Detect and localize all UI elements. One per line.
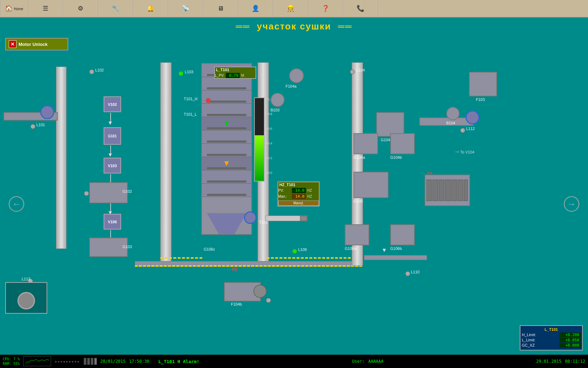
nav-left-arrow[interactable]: ← xyxy=(9,196,24,212)
cpu-display: CPU: 7 % RAM: 55% xyxy=(3,357,20,366)
thermo-scale-2: +0.8 xyxy=(266,112,272,116)
g106a-label: G106a xyxy=(345,246,356,251)
l113-label: L113 xyxy=(22,277,30,281)
signal-icon: 📡 xyxy=(182,5,189,12)
left-conveyor-motor[interactable] xyxy=(40,105,54,119)
g102-indicator xyxy=(84,191,89,196)
center-left-pipe xyxy=(160,62,172,266)
nav-right-arrow[interactable]: → xyxy=(564,196,579,212)
home-button[interactable]: 🏠 Home xyxy=(0,0,28,17)
lt101-pv-unit: M xyxy=(241,74,244,77)
machine1-button[interactable]: ⚙ xyxy=(63,0,98,17)
motor-unlock-button[interactable]: ✕ Motor Unlock xyxy=(5,38,68,50)
v102-hopper[interactable]: V102 xyxy=(104,96,121,112)
svg-rect-1 xyxy=(433,180,438,201)
g104a-equipment[interactable] xyxy=(354,133,378,154)
monitor-button[interactable]: 🖥 xyxy=(203,0,238,17)
l110-label: L110 xyxy=(411,270,419,274)
title-deco-left: ══ xyxy=(236,21,250,32)
conveyor-dashed-left xyxy=(160,257,202,259)
lt101-panel: L_T101 L_PV: 0.79 M xyxy=(214,67,256,79)
g102-equipment[interactable] xyxy=(89,182,128,203)
hz-mode-button[interactable]: Manul. xyxy=(278,200,319,206)
title-deco-right: ══ xyxy=(338,21,352,32)
bell-button[interactable]: 🔔 xyxy=(133,0,168,17)
svg-rect-6 xyxy=(464,180,468,201)
mini-chart xyxy=(23,356,51,366)
person-button[interactable]: 👤 xyxy=(238,0,273,17)
g105-equipment[interactable] xyxy=(354,172,388,198)
lt101-pv-value: 0.79 xyxy=(226,73,240,78)
v103-hopper[interactable]: V103 xyxy=(104,158,121,173)
t101h-label: T101_H xyxy=(184,97,197,101)
right-conveyor xyxy=(364,255,427,260)
f103-equipment[interactable] xyxy=(469,72,497,96)
right-heater[interactable] xyxy=(425,175,470,206)
question-button[interactable]: ❓ xyxy=(308,0,343,17)
g103-equipment[interactable] xyxy=(89,238,128,257)
g106c-label: G106c xyxy=(204,247,215,251)
b104-label: B104 xyxy=(446,121,455,125)
phone-icon: 📞 xyxy=(357,5,364,12)
g106a-equipment[interactable] xyxy=(345,224,369,245)
v102-label: V102 xyxy=(108,102,117,107)
main-area: ══ участок сушки ══ ✕ Motor Unlock ← → L… xyxy=(0,18,588,368)
f104b-indicator xyxy=(266,298,271,303)
g103-label: G103 xyxy=(122,245,132,249)
sb-date1: 28/01/2015 xyxy=(100,359,126,364)
t101h-indicator xyxy=(206,98,211,103)
l103-label: L103 xyxy=(185,70,193,74)
arrow-down-g101: ▼ xyxy=(107,152,113,158)
g101-equipment[interactable]: G101 xyxy=(104,127,121,145)
f103-label: F103 xyxy=(476,97,485,102)
bell-icon: 🔔 xyxy=(147,5,154,12)
l109-indicator xyxy=(292,249,297,254)
b104-equipment[interactable] xyxy=(446,107,460,120)
l113-motor[interactable] xyxy=(18,292,35,309)
v106-label: V106 xyxy=(108,220,117,224)
svg-rect-5 xyxy=(458,180,463,201)
machine2-button[interactable]: 🔧 xyxy=(98,0,133,17)
g102-label: G102 xyxy=(122,189,132,193)
f104b-motor[interactable] xyxy=(253,285,267,298)
svg-rect-4 xyxy=(451,180,457,201)
l104-label: L104 xyxy=(356,68,365,72)
machine2-icon: 🔧 xyxy=(112,5,119,12)
v106-hopper[interactable]: V106 xyxy=(104,214,121,230)
v103-label: V103 xyxy=(108,164,117,168)
motor-unlock-label: Motor Unlock xyxy=(19,42,48,47)
hz-title: HZ_T101 xyxy=(278,182,319,187)
b103-equipment[interactable] xyxy=(271,93,285,107)
f104a-equipment[interactable] xyxy=(289,68,304,83)
g106b-equipment[interactable] xyxy=(390,224,415,245)
worker-button[interactable]: 👷 xyxy=(273,0,308,17)
hz-panel: HZ_T101 PV: 14.0 HZ Man.: 14.0 HZ Manul. xyxy=(278,182,320,206)
l113-display xyxy=(5,282,47,314)
g104b-equipment[interactable] xyxy=(390,133,415,154)
hz-slider-handle[interactable] xyxy=(300,216,307,221)
list-icon: ☰ xyxy=(43,5,48,12)
heater-svg xyxy=(426,176,468,204)
list-button[interactable]: ☰ xyxy=(28,0,63,17)
hz-slider[interactable] xyxy=(265,216,307,221)
g104b-label: G104b xyxy=(390,155,402,159)
page-title-text: участок сушки xyxy=(257,21,331,32)
l102-indicator xyxy=(89,69,94,74)
right-top-motor[interactable] xyxy=(465,110,479,124)
signal-button[interactable]: 📡 xyxy=(168,0,203,17)
g101-label: G101 xyxy=(108,134,117,138)
thermo-scale-6: +0.0 xyxy=(266,171,272,175)
thermo-fill xyxy=(255,135,264,181)
right-arrow-icon: → xyxy=(567,199,576,209)
g106b-label: G106b xyxy=(390,246,402,251)
hz-man-unit: HZ xyxy=(307,195,312,198)
phone-button[interactable]: 📞 xyxy=(343,0,378,17)
toolbar: 🏠 Home ☰ ⚙ 🔧 🔔 📡 🖥 👤 👷 ❓ 📞 xyxy=(0,0,588,18)
left-arrow-icon: ← xyxy=(12,199,21,209)
gc-xz-label: GC_XZ xyxy=(522,343,535,348)
h-limit-value: +0.200 xyxy=(560,333,581,337)
gc-xz-value: +0.000 xyxy=(560,343,581,348)
t101-motor[interactable] xyxy=(244,211,257,224)
left-pipe-main xyxy=(56,67,66,249)
h-limit-label: H_Limit: xyxy=(522,333,536,337)
